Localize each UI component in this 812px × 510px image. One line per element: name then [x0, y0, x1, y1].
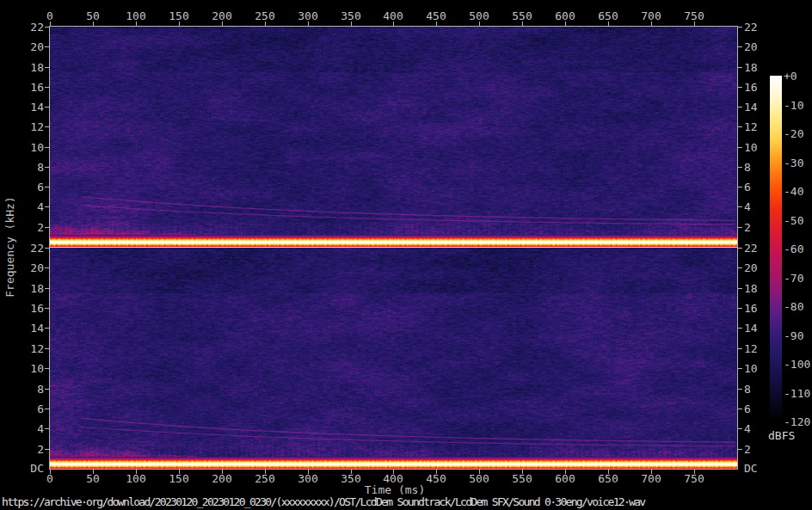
freq-tick-label-right: 22 — [744, 22, 758, 33]
freq-tick-label-right: 14 — [744, 323, 758, 334]
freq-tick-label-left: 16 — [30, 303, 44, 314]
freq-tick-label-right: 10 — [744, 363, 758, 374]
freq-tick-label-left: 20 — [30, 41, 44, 52]
freq-tick-label-right: 20 — [744, 262, 758, 273]
time-tick-label-bottom: 600 — [555, 473, 575, 484]
freq-tick-left — [45, 248, 49, 249]
time-tick-label-top: 550 — [512, 10, 532, 22]
freq-tick-left — [45, 428, 49, 429]
freq-tick-label-right: 16 — [744, 303, 758, 314]
freq-tick-right — [738, 288, 742, 289]
colorbar-tick-label: -90 — [784, 330, 803, 341]
freq-tick-label-left: 8 — [37, 162, 44, 173]
freq-tick-label-right: 6 — [744, 181, 751, 193]
colorbar-tick-label: -100 — [784, 359, 810, 370]
colorbar-tick-label: -30 — [784, 157, 803, 169]
time-tick-label-top: 100 — [126, 10, 145, 22]
channel-separator-line — [50, 247, 737, 248]
freq-tick-label-left: 10 — [30, 142, 44, 153]
colorbar-tick-label: +0 — [784, 71, 797, 82]
colorbar-tick-label: -120 — [784, 416, 810, 427]
freq-tick-left — [45, 308, 49, 309]
time-tick-label-top: 700 — [641, 10, 661, 22]
colorbar-tick-label: -40 — [784, 186, 803, 197]
freq-tick-right — [738, 87, 742, 88]
time-tick-label-top: 250 — [255, 10, 274, 22]
time-tick-label-top: 600 — [555, 10, 575, 22]
time-tick-label-bottom: 200 — [212, 473, 231, 484]
time-tick-label-bottom: 150 — [169, 473, 188, 484]
time-tick-label-bottom: 650 — [598, 473, 618, 484]
freq-tick-label-right: 18 — [744, 283, 758, 294]
time-tick-label-bottom: 400 — [383, 473, 403, 484]
freq-tick-label-left: 10 — [30, 363, 44, 374]
freq-tick-right — [738, 389, 742, 390]
freq-tick-left — [45, 147, 49, 148]
freq-tick-label-right: 12 — [744, 343, 758, 354]
colorbar-tick-label: -60 — [784, 243, 803, 255]
freq-tick-label-right: 18 — [744, 62, 758, 73]
time-tick-label-bottom: 750 — [684, 473, 704, 484]
freq-tick-label-left: 2 — [37, 222, 44, 233]
time-tick-label-bottom: 100 — [126, 473, 145, 484]
ruler-top — [49, 26, 738, 27]
time-tick-label-bottom: 450 — [426, 473, 446, 484]
freq-tick-right — [738, 27, 742, 28]
freq-tick-label-left: 18 — [30, 283, 44, 294]
freq-tick-label-right: 8 — [744, 384, 751, 395]
freq-tick-label-left: 22 — [30, 22, 44, 33]
freq-tick-left — [45, 87, 49, 88]
freq-tick-label-right: 6 — [744, 403, 751, 415]
freq-tick-label-left: 18 — [30, 62, 44, 73]
file-path-text: https://archive·org/download/20230120_20… — [2, 496, 644, 508]
freq-tick-right — [738, 107, 742, 108]
time-tick-label-top: 150 — [169, 10, 188, 22]
freq-tick-left — [45, 267, 49, 268]
freq-dc-label-left: DC — [30, 463, 44, 474]
freq-tick-left — [45, 368, 49, 369]
freq-tick-right — [738, 167, 742, 168]
freq-dc-label-right: DC — [744, 463, 758, 474]
freq-tick-label-right: 10 — [744, 142, 758, 153]
time-tick-label-top: 500 — [469, 10, 489, 22]
colorbar-gradient — [770, 76, 782, 421]
freq-tick-label-left: 22 — [30, 243, 44, 254]
colorbar-tick-label: -110 — [784, 388, 810, 399]
freq-tick-label-right: 2 — [744, 444, 751, 455]
freq-tick-label-right: 8 — [744, 162, 751, 173]
time-tick-label-top: 650 — [598, 10, 618, 22]
freq-tick-label-right: 22 — [744, 243, 758, 254]
freq-tick-label-left: 6 — [37, 181, 44, 193]
freq-tick-right — [738, 46, 742, 47]
freq-tick-right — [738, 267, 742, 268]
freq-tick-left — [45, 107, 49, 108]
freq-tick-left — [45, 348, 49, 349]
freq-tick-label-left: 4 — [37, 423, 44, 434]
freq-tick-right — [738, 368, 742, 369]
time-tick-label-top: 450 — [426, 10, 446, 22]
time-tick-label-top: 400 — [383, 10, 403, 22]
freq-tick-label-left: 8 — [37, 384, 44, 395]
spectrogram-canvas — [50, 27, 737, 469]
freq-tick-right — [738, 206, 742, 207]
freq-tick-right — [738, 126, 742, 127]
freq-tick-label-right: 4 — [744, 201, 751, 212]
time-tick-label-bottom: 50 — [86, 473, 100, 484]
freq-tick-left — [45, 67, 49, 68]
freq-tick-left — [45, 27, 49, 28]
freq-tick-label-right: 2 — [744, 222, 751, 233]
ruler-left — [49, 26, 50, 470]
freq-axis-title: Frequency (kHz) — [3, 196, 16, 297]
time-tick-label-bottom: 500 — [469, 473, 489, 484]
colorbar-tick-label: -10 — [784, 100, 803, 111]
freq-tick-label-right: 14 — [744, 101, 758, 113]
time-tick-label-top: 0 — [46, 10, 53, 22]
colorbar-tick-label: -50 — [784, 215, 803, 226]
freq-tick-label-left: 2 — [37, 444, 44, 455]
time-tick-label-top: 50 — [86, 10, 100, 22]
freq-tick-left — [45, 187, 49, 187]
spectrogram-window: Frequency (kHz) Time (ms) 00505010010015… — [0, 0, 812, 510]
freq-tick-right — [738, 328, 742, 329]
freq-tick-label-right: 20 — [744, 41, 758, 52]
freq-tick-left — [45, 288, 49, 289]
